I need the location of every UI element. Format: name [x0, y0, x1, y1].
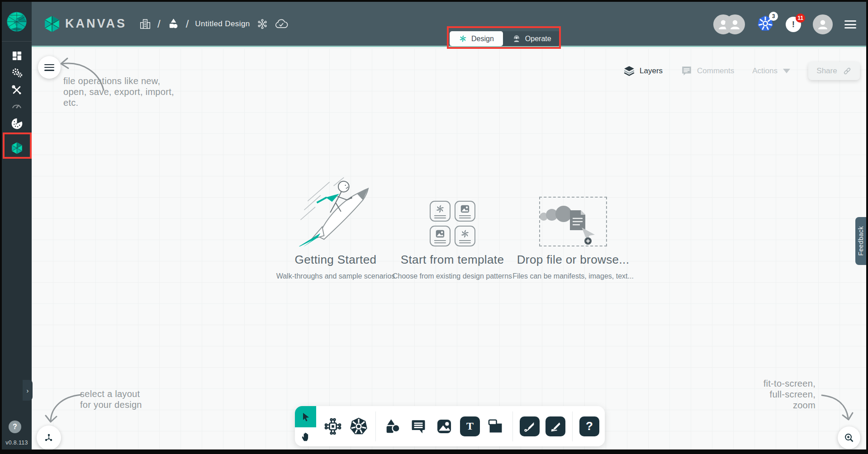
toolbar-help-button[interactable]: ?	[579, 416, 599, 436]
notification-count-badge: 11	[796, 14, 805, 23]
getting-started-title: Getting Started	[268, 253, 403, 267]
drop-file-card[interactable]: Drop file or browse... Files can be mani…	[505, 174, 641, 280]
drop-zone[interactable]	[539, 197, 607, 246]
annotation-zoom: fit-to-screen, full-screen, zoom	[764, 378, 816, 411]
user-avatar[interactable]	[813, 14, 833, 34]
question-icon: ?	[586, 419, 593, 433]
pinwheel-icon	[435, 204, 445, 214]
sidebar-item-lifecycle[interactable]	[2, 65, 32, 80]
header-menu-icon[interactable]	[844, 20, 856, 28]
comment-tool[interactable]	[408, 416, 428, 436]
pen-tool[interactable]	[520, 416, 540, 436]
template-subtitle: Choose from existing design patterns	[384, 272, 520, 280]
layers-toggle[interactable]: Layers	[623, 65, 663, 77]
select-tool[interactable]	[295, 406, 316, 427]
kanvas-app: KANVAS / / Untitled Design	[2, 2, 866, 449]
component-tool[interactable]	[323, 416, 343, 436]
operate-headset-icon	[512, 34, 521, 43]
drop-zone-art	[505, 174, 641, 246]
meshery-sphere-icon	[6, 11, 27, 32]
chevron-down-icon	[783, 69, 790, 73]
getting-started-card[interactable]: Getting Started Walk-throughs and sample…	[268, 174, 403, 280]
dashboard-icon	[12, 51, 22, 61]
kubernetes-context-switcher[interactable]: 3	[757, 15, 774, 34]
gauge-icon	[11, 101, 22, 112]
getting-started-subtitle: Walk-throughs and sample scenarios	[268, 272, 403, 280]
kubernetes-tool[interactable]	[349, 416, 369, 436]
sidebar-expand-chevron[interactable]: ›	[23, 380, 33, 401]
collaborator-avatars[interactable]	[713, 14, 745, 34]
pinwheel-icon	[460, 229, 470, 239]
freehand-tool[interactable]	[545, 416, 565, 436]
extensions-icon	[11, 118, 23, 130]
actions-dropdown[interactable]: Actions	[752, 66, 790, 76]
sidebar-item-dashboard[interactable]	[2, 48, 32, 63]
breadcrumb: / / Untitled Design	[139, 18, 288, 30]
feedback-tab[interactable]: Feedback	[855, 217, 866, 265]
comments-toggle[interactable]: Comments	[681, 65, 734, 77]
notification-center[interactable]: ! 11	[786, 17, 801, 32]
sidebar: › ? v0.8.113	[2, 2, 32, 449]
image-icon	[460, 204, 470, 214]
annotation-tools: T	[376, 416, 512, 436]
image-dark-icon	[436, 418, 453, 435]
sidebar-item-kanvas[interactable]	[2, 140, 32, 156]
sidebar-item-performance[interactable]	[2, 99, 32, 114]
design-dots-icon[interactable]	[256, 18, 268, 30]
rocket-doodle	[268, 174, 403, 246]
canvas[interactable]: file operations like new, open, save, ex…	[32, 48, 866, 449]
avatar[interactable]	[725, 14, 745, 34]
breadcrumb-separator: /	[186, 18, 189, 30]
layers-icon	[623, 65, 635, 77]
template-card[interactable]: Start from template Choose from existing…	[384, 174, 520, 280]
comments-icon	[681, 65, 693, 77]
meshery-logo[interactable]	[2, 2, 32, 42]
sidebar-help-button[interactable]: ?	[9, 421, 21, 433]
feedback-label: Feedback	[857, 226, 864, 255]
window-frame: KANVAS / / Untitled Design	[0, 0, 868, 454]
template-grid	[384, 174, 520, 246]
sidebar-item-extensions[interactable]	[2, 116, 32, 131]
section-tool[interactable]	[486, 416, 506, 436]
canvas-top-bar: Layers Comments Actions Share	[623, 62, 860, 80]
annotation-file-ops: file operations like new, open, save, ex…	[63, 76, 174, 108]
bottom-toolbar: T	[295, 406, 605, 446]
gears-icon	[11, 67, 23, 79]
graph-layout-icon	[43, 432, 54, 443]
layout-button[interactable]	[37, 426, 61, 449]
kubernetes-count-badge: 3	[769, 12, 778, 21]
shapes-tool[interactable]	[383, 416, 403, 436]
pan-tool[interactable]	[295, 427, 316, 446]
question-icon: ?	[13, 423, 17, 431]
chevron-right-icon: ›	[27, 387, 29, 394]
brand[interactable]: KANVAS	[43, 15, 127, 33]
tab-operate[interactable]: Operate	[503, 31, 560, 46]
header-right: 3 ! 11	[713, 2, 856, 47]
zoom-in-icon	[844, 432, 854, 443]
file-menu-button[interactable]	[38, 56, 61, 79]
zoom-button[interactable]	[838, 426, 860, 449]
layers-label: Layers	[640, 66, 663, 76]
share-button[interactable]: Share	[808, 62, 860, 80]
link-icon	[843, 66, 852, 76]
sidebar-item-configuration[interactable]	[2, 82, 32, 98]
image-tool[interactable]	[434, 416, 454, 436]
workspace-shapes-icon[interactable]	[167, 18, 180, 30]
cursor-icon	[300, 411, 311, 422]
organization-icon[interactable]	[139, 18, 151, 30]
drop-title: Drop file or browse...	[505, 253, 641, 267]
template-title: Start from template	[384, 253, 520, 267]
tab-design[interactable]: Design	[450, 31, 503, 46]
template-tile	[455, 201, 475, 222]
wordmark: KANVAS	[65, 17, 127, 31]
drop-subtitle: Files can be manifests, images, text...	[505, 272, 641, 280]
breadcrumb-separator: /	[157, 18, 161, 30]
circuit-icon	[324, 417, 342, 435]
cloud-save-icon[interactable]	[275, 18, 288, 30]
text-tool[interactable]: T	[460, 416, 480, 436]
kanvas-hex-icon	[11, 142, 23, 154]
kanvas-logo-icon	[43, 15, 61, 33]
design-name[interactable]: Untitled Design	[195, 19, 250, 28]
header: KANVAS / / Untitled Design	[32, 2, 866, 47]
component-tools	[316, 416, 375, 436]
